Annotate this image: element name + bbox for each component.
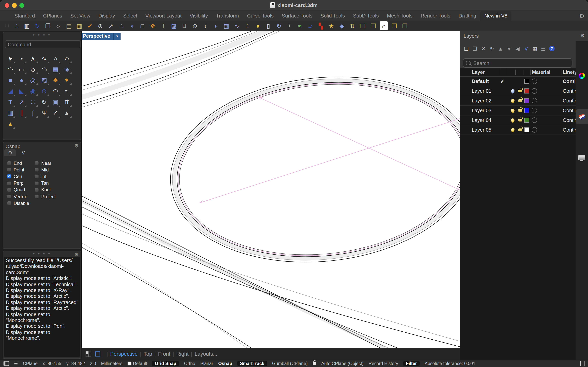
list-view-icon[interactable]: ☰ <box>541 45 546 52</box>
status-absolute[interactable]: Absolute tolerance: 0.001 <box>425 361 475 366</box>
curve-icon[interactable]: ∿ <box>39 53 50 64</box>
tab-layers[interactable] <box>576 109 588 124</box>
panel-toggle-icon[interactable] <box>3 361 9 366</box>
four-viewports-icon[interactable] <box>85 351 91 357</box>
help-icon[interactable]: ? <box>549 46 554 51</box>
circle-icon[interactable]: ○ <box>50 53 61 64</box>
checkbox[interactable] <box>35 181 39 185</box>
boolean-union-icon[interactable]: ◉ <box>27 86 39 97</box>
status-auto[interactable]: Auto CPlane (Object) <box>321 361 363 366</box>
menu-tab[interactable]: Viewport Layout <box>142 11 185 21</box>
box-icon[interactable]: ■ <box>5 75 16 86</box>
layer-material-circle[interactable] <box>532 108 537 113</box>
named-views-sphere-icon[interactable]: ⊕ <box>96 21 104 30</box>
viewport-tab-right[interactable]: Right <box>176 351 189 357</box>
list-icon[interactable]: ☰ <box>14 361 18 366</box>
rectangle-icon[interactable]: ▭ <box>16 64 27 75</box>
polygon-icon[interactable]: ◇ <box>27 64 39 75</box>
layer-material-circle[interactable] <box>532 88 537 94</box>
extrude-icon[interactable]: ⇈ <box>61 97 72 108</box>
menu-tab[interactable]: Mesh Tools <box>383 11 416 21</box>
layer-color-swatch[interactable] <box>524 118 529 123</box>
column-linetype[interactable]: Linetype <box>563 70 576 75</box>
capsule-frame-icon[interactable]: ▯ <box>264 21 272 30</box>
block-insert-icon[interactable]: ❖ <box>50 75 61 86</box>
panel-drag-handle[interactable]: ● ● ● ● <box>3 252 81 255</box>
shell-dome-icon[interactable]: ◖ <box>128 21 136 30</box>
status-gumball[interactable]: Gumball (CPlane) <box>272 361 308 366</box>
point-cloud-icon[interactable]: ∴ <box>12 21 20 30</box>
checkbox[interactable] <box>7 201 11 205</box>
move-up-icon[interactable]: ▲ <box>498 45 503 52</box>
column-layer[interactable]: Layer <box>472 70 485 75</box>
boolean-difference-icon[interactable]: ⊙ <box>39 86 50 97</box>
menu-tab[interactable]: New in V8 <box>480 11 511 21</box>
checkbox[interactable] <box>35 168 39 172</box>
notification-rect-icon[interactable] <box>580 361 585 366</box>
checkbox[interactable] <box>7 181 11 185</box>
ellipse-icon[interactable]: ○ <box>61 53 72 64</box>
gear-icon[interactable]: ⚙ <box>580 33 585 39</box>
command-input[interactable] <box>5 41 81 48</box>
orient-icon[interactable]: ↻ <box>39 97 50 108</box>
layer-visibility-bulb-icon[interactable] <box>511 128 514 132</box>
primitives-icon[interactable]: ▲ <box>61 108 72 119</box>
viewport-tab-perspective[interactable]: Perspective <box>110 351 138 357</box>
search-input[interactable] <box>472 60 569 66</box>
single-viewport-icon[interactable] <box>95 351 100 356</box>
save-versions-icon[interactable]: ❒ <box>370 21 377 30</box>
layer-row[interactable]: Layer 03Continuous <box>460 106 576 116</box>
viewport-canvas[interactable] <box>82 31 460 348</box>
extend-surface-icon[interactable]: + <box>286 21 293 30</box>
viewport-title[interactable]: Perspective <box>82 33 113 40</box>
viewport-tab-front[interactable]: Front <box>158 351 170 357</box>
move-down-icon[interactable]: ▼ <box>506 45 512 52</box>
osnap-option-near[interactable]: Near <box>35 160 56 167</box>
checkbox[interactable]: ✓ <box>7 174 11 179</box>
status-record[interactable]: Record History <box>369 361 398 366</box>
status-cplane[interactable]: CPlane <box>23 361 38 366</box>
osnap-option-knot[interactable]: Knot <box>35 187 56 193</box>
checkbox[interactable] <box>35 161 39 165</box>
menu-tab[interactable]: CPlanes <box>39 11 66 21</box>
layer-row[interactable]: Layer 01Continuous <box>460 86 576 96</box>
osnap-option-tan[interactable]: Tan <box>35 180 56 186</box>
layer-material-circle[interactable] <box>532 117 537 123</box>
save-small-icon[interactable]: ❒ <box>390 21 398 30</box>
arc-icon[interactable]: ◠ <box>5 64 16 75</box>
layer-color-swatch[interactable] <box>524 127 529 132</box>
menu-tab[interactable]: Set View <box>67 11 94 21</box>
osnap-option-point[interactable]: Point <box>7 167 35 173</box>
array-grid-icon[interactable]: ▦ <box>5 108 16 119</box>
perspective-viewport[interactable]: Perspective ▼ <box>82 31 460 348</box>
osnap-option-project[interactable]: Project <box>35 193 56 200</box>
split-icon[interactable]: ◣ <box>16 86 27 97</box>
collapse-icon[interactable]: ◀ <box>515 45 520 52</box>
status-default[interactable]: Default <box>127 361 147 366</box>
trim-icon[interactable]: ◢ <box>5 86 16 97</box>
menu-tab[interactable]: Surface Tools <box>278 11 316 21</box>
layer-row[interactable]: Layer 04Continuous <box>460 116 576 125</box>
zoom-window-button[interactable] <box>19 3 24 8</box>
section-icon[interactable]: ∥ <box>16 108 27 119</box>
status-millimeters[interactable]: Millimeters <box>101 361 123 366</box>
status-x[interactable]: x -80.155 <box>42 361 61 366</box>
layer-material-circle[interactable] <box>532 127 537 133</box>
minimize-window-button[interactable] <box>12 3 17 8</box>
menu-tab[interactable]: Select <box>119 11 141 21</box>
checkbox[interactable] <box>7 161 11 165</box>
status-osnap[interactable]: Osnap <box>218 361 232 366</box>
checkbox[interactable] <box>7 168 11 172</box>
surface-network-icon[interactable]: ▨ <box>39 75 50 86</box>
checkbox[interactable] <box>35 174 39 179</box>
panel-drag-handle[interactable]: ● ● ● ● <box>3 33 81 37</box>
toolbar-drag-handle[interactable]: ⋮⋮ <box>4 24 10 27</box>
prism-view-icon[interactable]: ⌂ <box>380 21 388 30</box>
orient-face-icon[interactable]: ↗ <box>107 21 115 30</box>
menu-tab[interactable]: Display <box>94 11 119 21</box>
delete-layer-icon[interactable]: ✕ <box>481 45 486 52</box>
selection-window-icon[interactable]: □ <box>138 21 146 30</box>
grid-view-icon[interactable]: ▦ <box>532 45 538 52</box>
status-y[interactable]: y -34.482 <box>66 361 85 366</box>
osnap-option-disable[interactable]: Disable <box>7 200 35 206</box>
